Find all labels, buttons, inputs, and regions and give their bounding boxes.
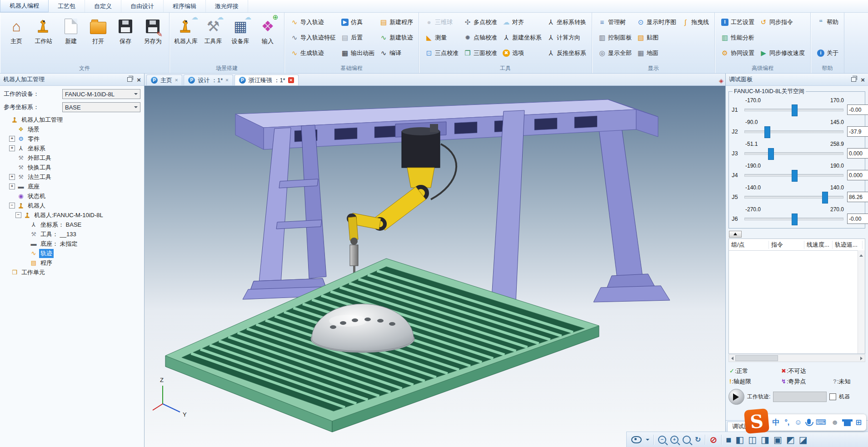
lang-icon[interactable]: 中	[772, 419, 779, 426]
tree-item-2[interactable]: +⚙零件	[1, 134, 144, 144]
hide-display-icon[interactable]: ⊘	[709, 435, 717, 444]
expander-icon[interactable]: +	[9, 136, 15, 142]
robot-library-button[interactable]: ☁机器人库	[173, 14, 199, 45]
menu-tab-2[interactable]: 自定义	[85, 0, 121, 12]
cube-view-6[interactable]: ◪	[799, 435, 808, 444]
scroll-right-icon[interactable]	[858, 355, 865, 361]
doc-tab-1[interactable]: P设计 ：1*×	[184, 74, 233, 85]
save-button[interactable]: 保存	[112, 14, 139, 45]
tree-item-13[interactable]: ▬底座： 未指定	[1, 239, 144, 248]
new-track-button[interactable]: ∿新建轨迹	[379, 31, 413, 44]
sync-command-button[interactable]: ↺同步指令	[759, 15, 805, 29]
joint-value-J5[interactable]: 86.26	[847, 192, 868, 202]
tree-item-15[interactable]: ▤程序	[1, 258, 144, 268]
working-device-select[interactable]: FANUC-M-10iD-8L	[62, 89, 140, 99]
close-panel-icon[interactable]: ×	[861, 76, 865, 83]
float-panel-icon[interactable]	[851, 77, 856, 82]
joint-value-J2[interactable]: -37.9	[847, 126, 868, 137]
help-button[interactable]: ❝帮助	[816, 15, 838, 29]
input-button[interactable]: ❖⊕输入	[254, 14, 281, 45]
column-header-2[interactable]: 线速度...	[804, 241, 833, 249]
visibility-eye-icon[interactable]	[631, 436, 642, 443]
emoji-icon[interactable]: ☺	[794, 419, 802, 426]
cube-view-5[interactable]: ◩	[786, 435, 795, 444]
joint-value-J4[interactable]: 0.000	[847, 170, 868, 180]
new-frame-button[interactable]: ⅄新建坐标系	[502, 31, 542, 44]
compile-button[interactable]: ∿编译	[379, 46, 413, 60]
post-process-button[interactable]: ▤后置	[340, 31, 374, 44]
menu-tab-1[interactable]: 工艺包	[49, 0, 85, 12]
tab-close-icon[interactable]: ×	[175, 78, 178, 83]
reference-frame-select[interactable]: BASE	[62, 102, 140, 112]
import-track-button[interactable]: ∿导入轨迹	[290, 15, 336, 29]
keyboard-icon[interactable]: ⌨	[816, 419, 826, 426]
menu-tab-4[interactable]: 程序编辑	[164, 0, 206, 12]
tree-item-7[interactable]: +▬底座	[1, 182, 144, 191]
mic-icon[interactable]	[807, 419, 811, 424]
expander-icon[interactable]: +	[9, 145, 15, 151]
tool-library-button[interactable]: ⚒☁工具库	[200, 14, 226, 45]
collapse-button[interactable]	[729, 231, 742, 238]
cube-view-3[interactable]: ◨	[761, 435, 769, 444]
column-header-0[interactable]: 组/点	[729, 241, 769, 249]
manage-tree-button[interactable]: ≡管理树	[598, 15, 632, 29]
chevron-down-icon[interactable]	[646, 439, 649, 442]
point-axis-calibration-button[interactable]: ✹点轴校准	[463, 31, 497, 44]
workstation-button[interactable]: 工作站	[30, 14, 57, 45]
open-file-button[interactable]: 打开	[85, 14, 111, 45]
slider-thumb[interactable]	[768, 148, 774, 160]
slider-thumb[interactable]	[822, 192, 828, 204]
v-scrollbar[interactable]	[858, 250, 865, 353]
save-as-button[interactable]: ✎另存为	[140, 14, 166, 45]
tree-item-0[interactable]: 机器人加工管理	[1, 115, 144, 124]
process-settings-button[interactable]: I工艺设置	[720, 15, 754, 29]
slider-thumb[interactable]	[792, 214, 798, 225]
new-file-button[interactable]: 新建	[58, 14, 84, 45]
joint-slider-J3[interactable]	[744, 152, 843, 155]
device-library-button[interactable]: ▦☁设备库	[227, 14, 254, 45]
measure-button[interactable]: ◣测量	[424, 31, 459, 44]
tree-item-4[interactable]: ⚒外部工具	[1, 153, 144, 163]
work-track-input[interactable]	[773, 392, 827, 402]
slider-thumb[interactable]	[764, 126, 770, 138]
punctuation-icon[interactable]: °,	[784, 419, 789, 426]
tree-item-3[interactable]: +⅄坐标系	[1, 144, 144, 153]
performance-analysis-button[interactable]: ▥性能分析	[720, 31, 754, 44]
control-panel-button[interactable]: ▥控制面板	[598, 31, 632, 44]
scene-3d-canvas[interactable]: Z Y	[145, 86, 725, 447]
expander-icon[interactable]: −	[15, 212, 21, 218]
timing-diagram-button[interactable]: ⊙显示时序图	[636, 15, 676, 29]
compute-direction-button[interactable]: ⅄计算方向	[546, 31, 586, 44]
tree-item-14[interactable]: ∿轨迹	[1, 248, 144, 258]
joint-slider-J1[interactable]	[744, 109, 843, 111]
tree-item-6[interactable]: +⚒法兰工具	[1, 172, 144, 182]
slider-thumb[interactable]	[792, 104, 798, 116]
three-point-calibration-button[interactable]: ⊡三点校准	[424, 46, 459, 60]
simulate-button[interactable]: ▶仿真	[340, 15, 374, 29]
sync-settings-button[interactable]: ⚙协同设置	[720, 46, 754, 60]
zoom-out-icon[interactable]: −	[658, 436, 666, 444]
three-plane-calibration-button[interactable]: ❒三面校准	[463, 46, 497, 60]
home-button[interactable]: ⌂主页	[3, 14, 30, 45]
ground-button[interactable]: ▦地面	[636, 46, 676, 60]
scene-3d[interactable]: Z Y	[145, 86, 725, 447]
multi-point-calibration-button[interactable]: ✣多点校准	[463, 15, 497, 29]
export-animation-button[interactable]: ▦输出动画	[340, 46, 374, 60]
float-panel-icon[interactable]	[127, 77, 132, 82]
h-scrollbar[interactable]	[728, 354, 865, 362]
menu-tab-3[interactable]: 自由设计	[121, 0, 164, 12]
joint-value-J1[interactable]: -0.00	[847, 104, 868, 115]
show-all-button[interactable]: ◎显示全部	[598, 46, 632, 60]
expander-icon[interactable]: +	[9, 184, 15, 189]
texture-button[interactable]: ▧贴图	[636, 31, 676, 44]
options-button[interactable]: ✖选项	[502, 46, 542, 60]
joint-slider-J4[interactable]	[744, 174, 843, 177]
reverse-frame-button[interactable]: ⅄反推坐标系	[546, 46, 586, 60]
menu-tab-0[interactable]: 机器人编程	[0, 0, 49, 12]
cube-view-4[interactable]: ▣	[773, 435, 782, 444]
expander-icon[interactable]: −	[9, 203, 15, 209]
joint-value-J6[interactable]: -0.00	[847, 214, 868, 224]
play-button[interactable]	[728, 389, 744, 405]
skin-icon[interactable]	[844, 422, 851, 426]
tabbar-menu-icon[interactable]: ◈	[719, 77, 723, 84]
